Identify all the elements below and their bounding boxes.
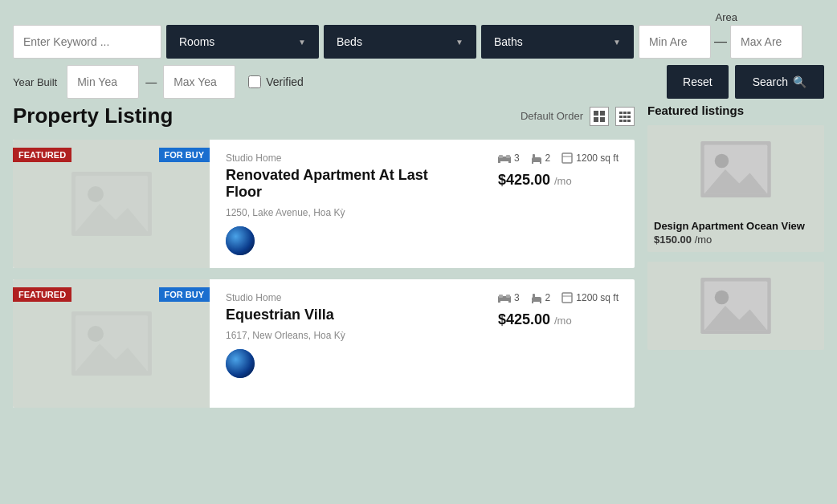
- area-feature-1: 1200 sq ft: [561, 152, 619, 164]
- verified-label: Verified: [266, 75, 304, 88]
- list-view-button[interactable]: [615, 107, 635, 126]
- card-right-1: 3 2: [482, 140, 635, 268]
- keyword-input[interactable]: [13, 25, 161, 59]
- badge-forbuy-2: FOR BUY: [159, 287, 210, 302]
- svg-rect-19: [508, 161, 511, 163]
- search-bar-area: Area Rooms ▼ Beds ▼ Baths ▼ — Year Built…: [0, 0, 837, 104]
- bath-icon: [531, 152, 542, 164]
- card-image-2: FEATURED FOR BUY: [13, 279, 210, 408]
- card-features-1: 3 2: [498, 152, 619, 164]
- svg-rect-20: [499, 155, 503, 158]
- grid-view-button[interactable]: [590, 107, 609, 126]
- svg-rect-23: [533, 154, 535, 158]
- area-label: Area: [716, 11, 737, 23]
- sort-label: Default Order: [521, 110, 583, 122]
- svg-point-15: [88, 186, 104, 202]
- svg-point-49: [715, 291, 729, 305]
- svg-rect-3: [600, 117, 605, 122]
- baths-dropdown[interactable]: Baths ▼: [481, 25, 634, 59]
- main-content: Property Listing Default Order: [0, 104, 837, 419]
- svg-rect-12: [627, 120, 631, 122]
- svg-rect-8: [623, 116, 627, 118]
- year-dash: —: [145, 75, 157, 88]
- badge-featured-1: FEATURED: [13, 148, 71, 162]
- svg-rect-11: [623, 120, 627, 122]
- year-built-label: Year Built: [13, 76, 57, 88]
- svg-rect-36: [506, 295, 510, 298]
- search-row2: Year Built — Verified Reset Search 🔍: [13, 65, 824, 99]
- svg-rect-26: [562, 153, 572, 163]
- bed-icon-2: [498, 293, 511, 303]
- svg-rect-35: [499, 295, 503, 298]
- svg-rect-38: [533, 294, 535, 298]
- card-title-1[interactable]: Renovated Apartment At Last Floor: [226, 167, 466, 201]
- svg-rect-39: [532, 301, 533, 303]
- sidebar-image-placeholder-2: [700, 278, 772, 334]
- area-feature-2: 1200 sq ft: [561, 292, 619, 303]
- beds-feature-2: 3: [498, 292, 520, 303]
- bath-icon-2: [531, 292, 542, 303]
- rooms-dropdown[interactable]: Rooms ▼: [166, 25, 319, 59]
- area-icon: [561, 152, 573, 164]
- property-image-placeholder-1: [71, 172, 152, 236]
- area-icon-2: [561, 292, 573, 303]
- min-area-input[interactable]: [639, 25, 711, 59]
- sidebar-card-1[interactable]: Design Apartment Ocean View $150.00 /mo: [647, 125, 824, 252]
- list-icon: [619, 111, 631, 122]
- svg-rect-10: [619, 120, 623, 122]
- verified-checkbox[interactable]: [248, 75, 261, 88]
- beds-chevron-icon: ▼: [455, 38, 463, 47]
- baths-feature-1: 2: [531, 152, 551, 164]
- svg-rect-5: [623, 112, 627, 114]
- listing-header: Property Listing Default Order: [13, 104, 635, 128]
- svg-rect-2: [594, 117, 598, 122]
- svg-rect-7: [619, 116, 623, 118]
- svg-rect-18: [498, 161, 500, 163]
- card-body-1: Studio Home Renovated Apartment At Last …: [210, 140, 482, 268]
- property-card-2: FEATURED FOR BUY Studio Home Equestrian …: [13, 279, 635, 408]
- sidebar-card-2[interactable]: [647, 262, 824, 350]
- card-price-1: $425.00 /mo: [498, 172, 572, 189]
- svg-rect-40: [540, 301, 541, 303]
- reset-button[interactable]: Reset: [667, 65, 729, 99]
- max-year-input[interactable]: [163, 65, 235, 99]
- property-image-placeholder-2: [71, 311, 152, 376]
- card-features-2: 3 2: [498, 292, 619, 303]
- badge-forbuy-1: FOR BUY: [159, 148, 210, 162]
- svg-point-30: [88, 326, 104, 342]
- beds-dropdown[interactable]: Beds ▼: [324, 25, 476, 59]
- sidebar-image-placeholder-1: [700, 141, 772, 197]
- card-body-2: Studio Home Equestrian Villa 1617, New O…: [210, 279, 482, 408]
- page-title: Property Listing: [13, 104, 173, 128]
- card-title-2[interactable]: Equestrian Villa: [226, 307, 466, 323]
- search-icon: 🔍: [793, 75, 806, 88]
- card-address-2: 1617, New Orleans, Hoa Kỳ: [226, 330, 466, 341]
- card-right-2: 3 2: [482, 279, 635, 408]
- baths-chevron-icon: ▼: [613, 38, 621, 47]
- svg-rect-33: [498, 300, 500, 303]
- property-card: FEATURED FOR BUY Studio Home Renovated A…: [13, 140, 635, 268]
- svg-rect-41: [562, 293, 572, 303]
- rooms-chevron-icon: ▼: [298, 38, 306, 47]
- avatar-1: [226, 226, 255, 255]
- svg-rect-9: [627, 116, 631, 118]
- search-button[interactable]: Search 🔍: [735, 65, 824, 99]
- sidebar-image-2: [647, 262, 824, 350]
- min-year-input[interactable]: [67, 65, 139, 99]
- baths-feature-2: 2: [531, 292, 551, 303]
- max-area-input[interactable]: [730, 25, 802, 59]
- card-address-1: 1250, Lake Avenue, Hoa Kỳ: [226, 207, 466, 218]
- sidebar-property-title-1: Design Apartment Ocean View: [654, 220, 818, 232]
- svg-rect-21: [506, 155, 510, 158]
- verified-wrapper: Verified: [248, 75, 304, 88]
- grid-icon: [594, 111, 605, 122]
- area-dash: —: [714, 35, 727, 49]
- svg-point-45: [715, 154, 729, 169]
- card-type-2: Studio Home: [226, 292, 466, 303]
- svg-rect-0: [594, 111, 598, 116]
- card-price-2: $425.00 /mo: [498, 311, 572, 328]
- card-type-1: Studio Home: [226, 152, 466, 164]
- svg-rect-25: [540, 161, 541, 164]
- bed-icon: [498, 153, 511, 163]
- listings-area: Property Listing Default Order: [13, 104, 635, 419]
